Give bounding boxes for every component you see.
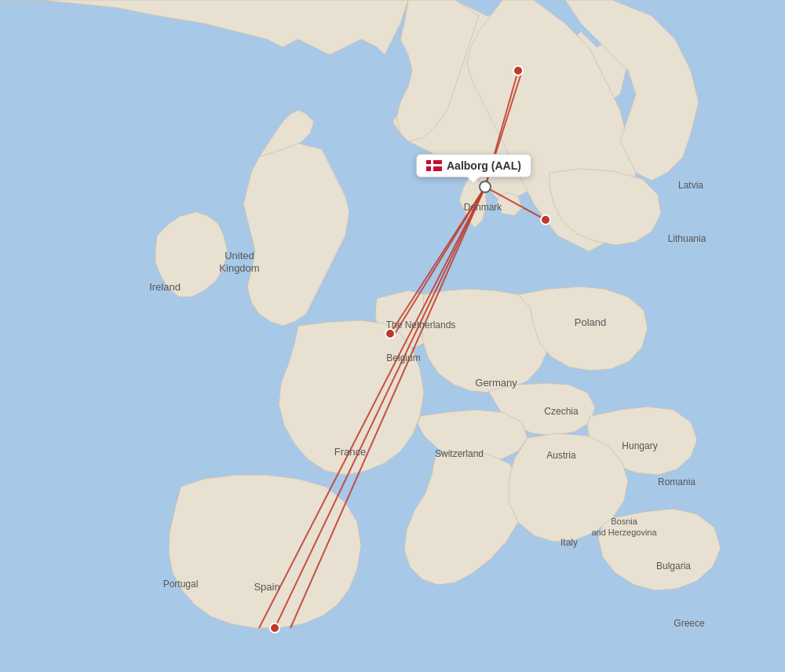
- svg-text:Denmark: Denmark: [464, 202, 503, 213]
- svg-text:Austria: Austria: [546, 450, 576, 461]
- svg-text:Switzerland: Switzerland: [435, 448, 484, 459]
- svg-point-31: [513, 66, 523, 75]
- svg-text:Poland: Poland: [575, 316, 606, 328]
- svg-text:Bulgaria: Bulgaria: [656, 561, 691, 572]
- svg-text:Kingdom: Kingdom: [219, 262, 259, 274]
- svg-text:Spain: Spain: [254, 581, 279, 593]
- map-container: Ireland United Kingdom Denmark The Nethe…: [0, 0, 785, 672]
- svg-text:Greece: Greece: [674, 618, 705, 629]
- airport-label: Aalborg (AAL): [447, 159, 521, 172]
- map-svg: Ireland United Kingdom Denmark The Nethe…: [0, 0, 785, 672]
- svg-text:Romania: Romania: [658, 477, 696, 488]
- svg-text:Bosnia: Bosnia: [611, 517, 638, 526]
- svg-text:Germany: Germany: [475, 377, 517, 389]
- svg-text:United: United: [225, 250, 254, 261]
- denmark-flag-icon: [426, 160, 442, 171]
- airport-popup[interactable]: Aalborg (AAL): [416, 154, 531, 177]
- svg-text:Italy: Italy: [560, 537, 578, 548]
- svg-marker-13: [169, 475, 361, 628]
- svg-point-35: [480, 181, 491, 192]
- svg-point-34: [270, 623, 279, 633]
- svg-text:Hungary: Hungary: [622, 440, 657, 451]
- svg-text:and Herzegovina: and Herzegovina: [591, 528, 657, 537]
- svg-text:Lithuania: Lithuania: [668, 233, 706, 244]
- svg-text:Ireland: Ireland: [149, 281, 181, 293]
- svg-text:Latvia: Latvia: [678, 180, 703, 191]
- svg-text:The Netherlands: The Netherlands: [386, 320, 456, 331]
- svg-text:Portugal: Portugal: [163, 579, 199, 590]
- svg-text:Belgium: Belgium: [386, 352, 420, 363]
- svg-text:Czechia: Czechia: [544, 406, 579, 417]
- svg-text:France: France: [334, 446, 366, 458]
- svg-point-32: [541, 215, 550, 225]
